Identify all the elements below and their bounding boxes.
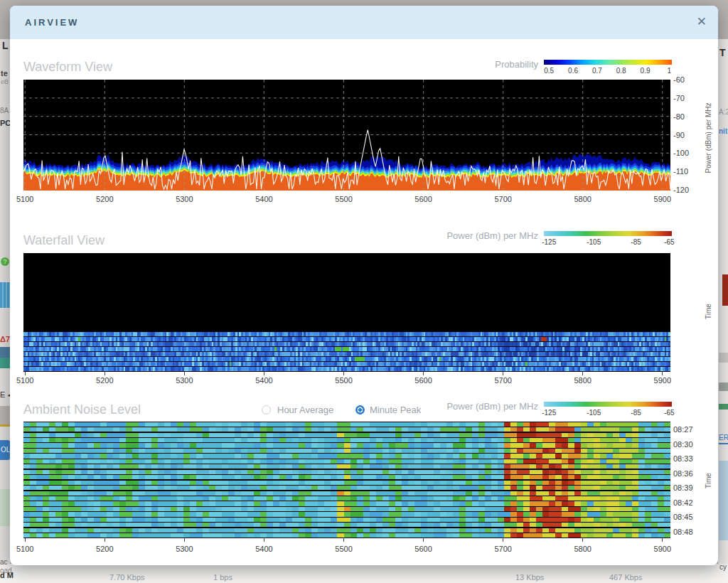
y-tick-label: -100	[673, 149, 689, 157]
x-tick-label: 5300	[176, 376, 193, 385]
x-tick-label: 5200	[96, 195, 113, 203]
legend-tick-label: 0.9	[641, 67, 651, 75]
x-tick-label: 5900	[654, 195, 671, 203]
waveform-section-title: Waveform View	[23, 60, 112, 75]
waterfall-section-title: Waterfall View	[23, 233, 105, 248]
x-tick-label: 5800	[574, 195, 591, 203]
time-tick-label: 08:36	[673, 469, 693, 478]
bg-text-fragment: 1 bps	[213, 573, 232, 582]
modal-title: AIRVIEW	[25, 6, 79, 39]
legend-tick-label: 0.7	[592, 67, 602, 75]
time-tick-label: 08:33	[673, 454, 693, 463]
legend-tick-label: -85	[631, 409, 641, 417]
legend-tick-label: -105	[587, 238, 601, 246]
hour-average-label[interactable]: Hour Average	[277, 405, 333, 415]
ambient-section-title: Ambient Noise Level	[23, 402, 141, 417]
x-tick-label: 5900	[654, 545, 671, 553]
page-background: L te eB 8A PC ? Δ7 E ◂ OL ac d M T A:2 n…	[0, 0, 728, 583]
x-tick-label: 5500	[335, 376, 352, 385]
bg-bar-fragment	[0, 406, 10, 427]
time-tick-label: 08:42	[673, 498, 693, 507]
waterfall-chart[interactable]	[23, 253, 670, 376]
power-colorbar	[544, 402, 672, 407]
bg-text-fragment: te	[1, 69, 8, 77]
time-tick-label: 08:30	[673, 440, 693, 449]
bg-bar-fragment	[719, 404, 728, 410]
x-tick-label: 5400	[255, 376, 272, 385]
power-colorbar-ticks: -125-105-85-65	[544, 409, 672, 417]
legend-tick-label: -125	[542, 238, 556, 246]
bg-bar-fragment	[719, 383, 728, 391]
power-colorbar	[544, 231, 672, 236]
legend-tick-label: -65	[664, 238, 674, 246]
y-tick-label: -110	[673, 167, 688, 176]
ambient-x-axis: 510052005300540055005600570058005900	[23, 545, 670, 555]
legend-tick-label: -125	[542, 409, 556, 417]
x-tick-label: 5800	[574, 376, 591, 385]
time-tick-label: 08:48	[673, 528, 693, 536]
legend-tick-label: 0.5	[544, 67, 554, 75]
probability-legend-label: Probability	[495, 59, 538, 70]
ambient-noise-chart[interactable]	[23, 422, 670, 542]
waterfall-x-axis: 510052005300540055005600570058005900	[23, 376, 670, 386]
ambient-legend-label: Power (dBm) per MHz	[446, 401, 538, 412]
time-tick-label: 08:27	[673, 425, 693, 434]
x-tick-label: 5200	[96, 376, 113, 385]
x-tick-label: 5100	[16, 195, 33, 203]
waveform-x-axis: 510052005300540055005600570058005900	[23, 195, 670, 205]
x-tick-label: 5800	[574, 545, 591, 553]
time-tick-label: 08:45	[673, 513, 693, 521]
legend-tick-label: 0.6	[568, 67, 578, 75]
waveform-y-axis: -60-70-80-90-100-110-120	[673, 80, 703, 191]
bg-bar-fragment	[719, 353, 728, 363]
modal-header: AIRVIEW ✕	[10, 6, 718, 39]
bg-text-fragment: eB	[1, 78, 9, 85]
time-tick-label: 08:39	[673, 483, 693, 492]
close-icon[interactable]: ✕	[697, 15, 707, 29]
minute-peak-radio[interactable]	[355, 405, 365, 414]
x-tick-label: 5100	[16, 545, 33, 553]
waveform-y-axis-label: Power (dBm) per MHz	[705, 103, 712, 173]
hour-average-radio[interactable]	[262, 405, 271, 414]
bg-bar-fragment	[719, 461, 728, 540]
bg-bar-fragment	[722, 274, 728, 306]
bg-text-fragment: PC	[0, 119, 11, 127]
bg-text-fragment: oad	[0, 567, 12, 574]
bg-text-fragment: T	[719, 47, 726, 58]
x-tick-label: 5400	[255, 545, 272, 553]
bg-bar-fragment	[0, 282, 10, 308]
x-tick-label: 5600	[414, 545, 432, 553]
legend-tick-label: 0.8	[616, 67, 626, 75]
y-tick-label: -90	[673, 131, 685, 139]
bg-text-fragment: 8A	[0, 107, 9, 114]
legend-tick-label: -65	[664, 409, 674, 417]
probability-colorbar	[544, 60, 672, 65]
ambient-y-axis-label: Time	[705, 473, 712, 488]
x-tick-label: 5500	[335, 195, 352, 203]
x-tick-label: 5300	[176, 545, 193, 553]
y-tick-label: -60	[673, 75, 685, 84]
bg-bar-fragment	[0, 489, 10, 526]
waveform-chart[interactable]	[23, 80, 670, 191]
legend-tick-label: -85	[631, 238, 641, 246]
minute-peak-label[interactable]: Minute Peak	[370, 405, 421, 415]
y-tick-label: -80	[673, 112, 685, 121]
bg-text-fragment: cy	[719, 563, 727, 571]
x-tick-label: 5400	[255, 195, 272, 203]
bg-bar-fragment	[0, 358, 10, 368]
legend-tick-label: -105	[587, 409, 601, 417]
bg-text-fragment: ac	[0, 558, 8, 566]
x-tick-label: 5500	[335, 545, 352, 553]
bg-text-fragment: 467 Kbps	[609, 573, 642, 582]
bg-text-fragment: 13 Kbps	[515, 573, 544, 582]
waterfall-legend-label: Power (dBm) per MHz	[446, 230, 538, 241]
bg-text-fragment: Δ7	[0, 335, 10, 343]
x-tick-label: 5700	[494, 545, 511, 553]
y-tick-label: -70	[673, 94, 685, 102]
waterfall-y-axis-label: Time	[705, 304, 712, 319]
x-tick-label: 5900	[654, 376, 671, 385]
x-tick-label: 5600	[414, 376, 432, 385]
bg-help-badge: ?	[1, 257, 9, 266]
x-tick-label: 5700	[494, 376, 511, 385]
probability-colorbar-ticks: 0.50.60.70.80.91	[544, 67, 672, 75]
